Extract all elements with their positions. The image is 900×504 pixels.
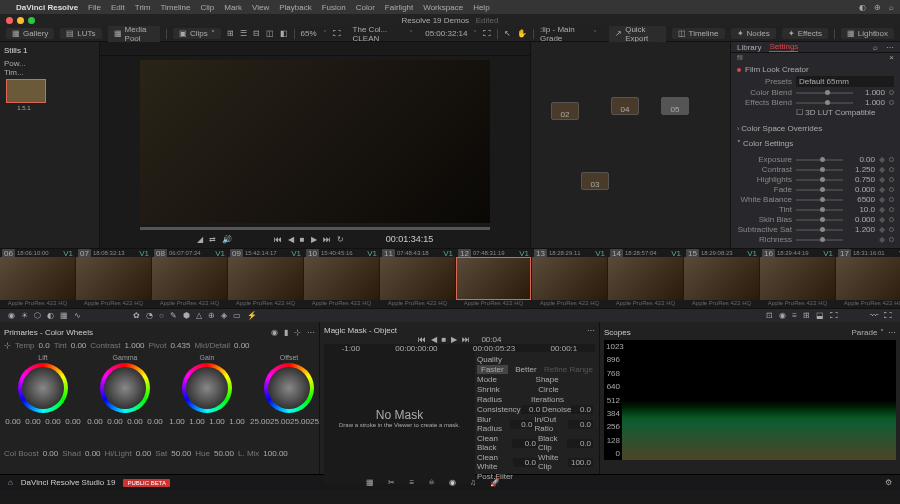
tool-icon[interactable]: ◔ (146, 311, 153, 320)
clip-thumbnail[interactable]: 1015:40:45:16V1Apple ProRes 422 HQ (304, 249, 379, 308)
quality-better[interactable]: Better (515, 365, 536, 374)
prev-frame-icon[interactable]: ◀ (288, 235, 294, 244)
clip-thumbnail[interactable]: 1418:28:57:04V1Apple ProRes 422 HQ (608, 249, 683, 308)
tab-settings[interactable]: Settings (769, 42, 798, 52)
reset-icon[interactable] (889, 187, 894, 192)
expand-icon[interactable]: ⛶ (333, 29, 341, 38)
menu-icon[interactable]: ⋯ (587, 326, 595, 335)
clip-thumbnail[interactable]: 1618:29:44:19V1Apple ProRes 422 HQ (760, 249, 835, 308)
page-cut-icon[interactable]: ✂ (388, 478, 395, 487)
color-wheel-lift[interactable]: Lift0.000.000.000.00 (4, 354, 82, 444)
menu-trim[interactable]: Trim (135, 3, 151, 12)
tool-icon[interactable]: ◉ (8, 311, 15, 320)
clip-name[interactable]: The Col... CLEAN (353, 25, 404, 43)
param-slider[interactable] (796, 159, 843, 161)
wheel-mode-icon[interactable]: ⊹ (294, 328, 301, 337)
reset-icon[interactable] (889, 207, 894, 212)
param-slider[interactable] (796, 209, 843, 211)
keyframe-icon[interactable]: ◆ (879, 235, 885, 244)
hand-icon[interactable]: ✋ (517, 29, 527, 38)
menu-fairlight[interactable]: Fairlight (385, 3, 413, 12)
nodes-toggle[interactable]: ✦ Nodes (731, 28, 776, 39)
tool-icon[interactable]: ∿ (74, 311, 81, 320)
scope-mode-dropdown[interactable]: Parade (852, 328, 878, 337)
home-icon[interactable]: ⌂ (8, 478, 13, 487)
menu-color[interactable]: Color (356, 3, 375, 12)
split-icon[interactable]: ⇄ (209, 235, 216, 244)
menu-fusion[interactable]: Fusion (322, 3, 346, 12)
tool-icon[interactable]: ✿ (133, 311, 140, 320)
wheel-mode-icon[interactable]: ◉ (271, 328, 278, 337)
clip-thumbnail[interactable]: 1107:48:43:18V1Apple ProRes 422 HQ (380, 249, 455, 308)
clip-thumbnail[interactable]: 0618:06:10:00V1Apple ProRes 422 HQ (0, 249, 75, 308)
view-icon[interactable]: ⊟ (253, 29, 260, 38)
clip-thumbnail[interactable]: 0806:07:07:24V1Apple ProRes 422 HQ (152, 249, 227, 308)
tool-icon[interactable]: ≡ (792, 311, 797, 320)
color-wheel-gamma[interactable]: Gamma0.000.000.000.00 (86, 354, 164, 444)
track-fwd-icon[interactable]: ▶ (451, 335, 457, 344)
status-icon[interactable]: ⊕ (874, 3, 881, 12)
tab-library[interactable]: Library (737, 43, 761, 52)
keyframe-icon[interactable]: ◆ (879, 185, 885, 194)
clip-thumbnail[interactable]: 0915:42:14:17V1Apple ProRes 422 HQ (228, 249, 303, 308)
tool-icon[interactable]: △ (196, 311, 202, 320)
menu-playback[interactable]: Playback (279, 3, 311, 12)
reset-icon[interactable] (889, 167, 894, 172)
viewer-image[interactable] (140, 60, 490, 223)
view-icon[interactable]: ⊞ (227, 29, 234, 38)
menu-timeline[interactable]: Timeline (161, 3, 191, 12)
minimize-button[interactable] (17, 17, 24, 24)
node-graph[interactable]: 02 04 05 03 (530, 42, 730, 248)
tool-icon[interactable]: ⬢ (183, 311, 190, 320)
expand-icon[interactable]: ⛶ (483, 29, 491, 38)
menu-icon[interactable]: ⋯ (886, 43, 894, 52)
menu-mark[interactable]: Mark (224, 3, 242, 12)
page-deliver-icon[interactable]: 🚀 (490, 478, 500, 487)
tool-icon[interactable]: ⊞ (803, 311, 810, 320)
page-fusion-icon[interactable]: ⚛ (428, 478, 435, 487)
play-icon[interactable]: ▶ (311, 235, 317, 244)
clips-dropdown[interactable]: ▣ Clips ˅ (173, 28, 221, 39)
tool-icon[interactable]: ⛶ (884, 311, 892, 320)
status-icon[interactable]: ◐ (859, 3, 866, 12)
search-input[interactable]: fil (737, 53, 743, 62)
picker-icon[interactable]: ⊹ (4, 341, 11, 350)
first-frame-icon[interactable]: ⏮ (274, 235, 282, 244)
tool-icon[interactable]: ✎ (170, 311, 177, 320)
view-icon[interactable]: ◫ (266, 29, 274, 38)
keyframe-icon[interactable]: ◆ (879, 225, 885, 234)
close-button[interactable] (6, 17, 13, 24)
param-slider[interactable] (796, 199, 843, 201)
reset-icon[interactable] (889, 157, 894, 162)
reset-icon[interactable] (889, 100, 894, 105)
audio-icon[interactable]: 🔊 (222, 235, 232, 244)
search-icon[interactable]: ⌕ (873, 43, 878, 52)
tool-icon[interactable]: 〰 (870, 311, 878, 320)
track-stop-icon[interactable]: ■ (442, 335, 447, 344)
status-icon[interactable]: ⌕ (889, 3, 894, 12)
menu-clip[interactable]: Clip (200, 3, 214, 12)
effects-blend-slider[interactable] (796, 102, 853, 104)
tool-icon[interactable]: ○ (159, 311, 164, 320)
tool-icon[interactable]: ◈ (221, 311, 227, 320)
thumbnail-timeline[interactable]: 0618:06:10:00V1Apple ProRes 422 HQ0718:0… (0, 248, 900, 308)
next-frame-icon[interactable]: ⏭ (323, 235, 331, 244)
clip-thumbnail[interactable]: 1518:29:08:23V1Apple ProRes 422 HQ (684, 249, 759, 308)
menu-app[interactable]: DaVinci Resolve (16, 3, 78, 12)
param-slider[interactable] (796, 179, 843, 181)
reset-icon[interactable] (889, 227, 894, 232)
stills-tab[interactable]: Stills 1 (4, 46, 28, 55)
menu-file[interactable]: File (88, 3, 101, 12)
viewer-scrubber[interactable] (140, 227, 490, 230)
keyframe-icon[interactable]: ◆ (879, 195, 885, 204)
reset-icon[interactable] (889, 237, 894, 242)
keyframe-icon[interactable]: ◆ (879, 215, 885, 224)
view-icon[interactable]: ☰ (240, 29, 247, 38)
clip-thumbnail[interactable]: 1318:28:29:11V1Apple ProRes 422 HQ (532, 249, 607, 308)
loop-icon[interactable]: ↻ (337, 235, 344, 244)
maximize-button[interactable] (28, 17, 35, 24)
param-slider[interactable] (796, 189, 843, 191)
tool-icon[interactable]: ⬓ (816, 311, 824, 320)
color-blend-slider[interactable] (796, 92, 853, 94)
lightbox-toggle[interactable]: ▦ Lightbox (841, 28, 894, 39)
